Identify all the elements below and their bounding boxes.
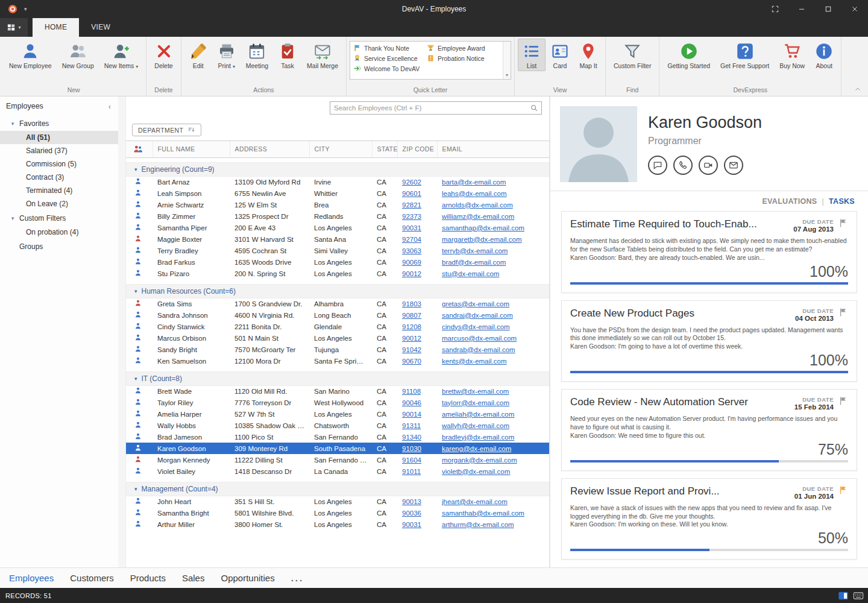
email-link[interactable]: stu@dx-email.com — [442, 270, 499, 277]
chat-button[interactable] — [648, 156, 667, 175]
employee-row[interactable]: Marcus Orbison501 N Main StLos AngelesCA… — [126, 332, 549, 344]
zip-link[interactable]: 91311 — [402, 422, 421, 429]
card-button[interactable]: Card — [546, 39, 574, 71]
employee-row[interactable]: Karen Goodson309 Monterey RdSouth Pasade… — [126, 443, 549, 454]
task-card[interactable]: Review Issue Report and Provi...DUE DATE… — [561, 478, 857, 560]
employee-row[interactable]: Samantha Bright5801 Wilshire Blvd.Los An… — [126, 507, 549, 519]
employee-row[interactable]: Billy Zimmer1325 Prospect DrRedlandsCA92… — [126, 210, 549, 222]
employee-row[interactable]: Arnie Schwartz125 W Elm StBreaCA92821arn… — [126, 199, 549, 210]
employee-row[interactable]: Samantha Piper200 E Ave 43Los AngelesCA9… — [126, 222, 549, 233]
ribbon-tab-view[interactable]: VIEW — [79, 18, 122, 37]
collapse-ribbon-button[interactable] — [854, 84, 864, 94]
sidebar-item-terminated-4[interactable]: Terminated (4) — [0, 184, 118, 197]
mail-merge-button[interactable]: Mail Merge — [302, 39, 343, 71]
sidebar-item-commission-5[interactable]: Commission (5) — [0, 157, 118, 171]
zip-link[interactable]: 91208 — [402, 323, 421, 330]
sidebar-item-on-leave-2[interactable]: On Leave (2) — [0, 197, 118, 210]
app-menu-button[interactable]: ▾ — [0, 18, 28, 37]
group-by-department-chip[interactable]: DEPARTMENT — [132, 124, 201, 136]
zip-link[interactable]: 92704 — [402, 236, 421, 243]
employee-row[interactable]: Leah Simpson6755 Newlin AveWhittierCA906… — [126, 188, 549, 199]
thank-you-note-item[interactable]: Thank You Note — [351, 43, 425, 53]
email-link[interactable]: brettw@dx-email.com — [442, 388, 509, 395]
email-link[interactable]: wallyh@dx-email.com — [442, 422, 509, 429]
zip-link[interactable]: 91108 — [402, 388, 421, 395]
zip-link[interactable]: 90036 — [402, 510, 421, 517]
group-row-engineering-count-9[interactable]: ▾Engineering (Count=9) — [126, 162, 549, 176]
group-row-it-count-8[interactable]: ▾IT (Count=8) — [126, 371, 549, 385]
email-link[interactable]: bradleyj@dx-email.com — [442, 434, 514, 441]
employee-row[interactable]: Greta Sims1700 S Grandview Dr.AlhambraCA… — [126, 298, 549, 309]
task-button[interactable]: Task — [274, 39, 301, 71]
email-link[interactable]: bradf@dx-email.com — [442, 259, 506, 266]
employee-row[interactable]: Morgan Kennedy11222 Dilling StSan Fernan… — [126, 454, 549, 466]
employee-row[interactable]: Stu Pizaro200 N. Spring StLos AngelesCA9… — [126, 268, 549, 279]
bottom-tab-sales[interactable]: Sales — [182, 573, 205, 583]
email-link[interactable]: violetb@dx-email.com — [442, 468, 510, 475]
employee-row[interactable]: Bart Arnaz13109 Old Myford RdIrvineCA926… — [126, 176, 549, 188]
app-logo-icon[interactable] — [7, 4, 18, 14]
zip-link[interactable]: 90012 — [402, 335, 421, 342]
email-link[interactable]: terryb@dx-email.com — [442, 247, 508, 254]
email-link[interactable]: cindys@dx-email.com — [442, 323, 510, 330]
email-link[interactable]: barta@dx-email.com — [442, 178, 506, 186]
email-link[interactable]: sandraj@dx-email.com — [442, 312, 513, 319]
employee-row[interactable]: Maggie Boxter3101 W Harvard StSanta AnaC… — [126, 233, 549, 245]
employee-row[interactable]: Brad Jameson1100 Pico StSan FernandoCA91… — [126, 431, 549, 443]
phone-button[interactable] — [673, 156, 693, 175]
close-button[interactable] — [841, 0, 868, 18]
employee-row[interactable]: Taylor Riley7776 Torreyson DrWest Hollyw… — [126, 397, 549, 408]
employee-row[interactable]: Ken Samuelson12100 Mora DrSanta Fe Sprin… — [126, 355, 549, 367]
mail-button[interactable] — [724, 156, 743, 175]
ribbon-tab-home[interactable]: HOME — [33, 18, 79, 37]
probation-notice-item[interactable]: Probation Notice — [425, 53, 498, 63]
email-link[interactable]: arthurm@dx-email.com — [442, 521, 514, 528]
zip-link[interactable]: 91340 — [402, 434, 421, 441]
employee-row[interactable]: Brad Farkus1635 Woods DriveLos AngelesCA… — [126, 256, 549, 268]
column-header-state[interactable]: STATE — [372, 141, 397, 157]
zip-link[interactable]: 90031 — [402, 224, 421, 232]
zip-link[interactable]: 90012 — [402, 270, 421, 277]
sidebar-section-groups[interactable]: ▾Groups — [0, 239, 118, 254]
employee-row[interactable]: Terry Bradley4595 Cochran StSimi ValleyC… — [126, 245, 549, 256]
video-button[interactable] — [699, 156, 718, 175]
zip-link[interactable]: 92821 — [402, 201, 421, 209]
zip-link[interactable]: 91030 — [402, 445, 421, 452]
email-link[interactable]: kents@dx-email.com — [442, 358, 507, 365]
sidebar-item-contract-3[interactable]: Contract (3) — [0, 171, 118, 184]
quick-access-dropdown-icon[interactable]: ▾ — [24, 6, 27, 12]
email-link[interactable]: kareng@dx-email.com — [442, 445, 511, 452]
more-tabs-button[interactable]: ... — [291, 573, 304, 583]
zip-link[interactable]: 90069 — [402, 259, 421, 266]
minimize-button[interactable] — [788, 0, 815, 18]
email-link[interactable]: williamz@dx-email.com — [442, 213, 514, 220]
tab-tasks[interactable]: TASKS — [829, 197, 855, 206]
sidebar-section-favorites[interactable]: ▾Favorites — [0, 116, 118, 131]
employee-row[interactable]: John Heart351 S Hill St.Los AngelesCA900… — [126, 496, 549, 507]
bottom-tab-opportunities[interactable]: Opportunities — [221, 573, 274, 583]
group-row-management-count-4[interactable]: ▾Management (Count=4) — [126, 482, 549, 496]
email-link[interactable]: gretas@dx-email.com — [442, 300, 509, 308]
about-button[interactable]: About — [810, 39, 838, 71]
detail-panel-toggle-icon[interactable] — [837, 590, 849, 601]
zip-link[interactable]: 90601 — [402, 190, 421, 197]
sidebar-item-all-51[interactable]: All (51) — [0, 131, 118, 144]
task-card[interactable]: Estimate Time Required to Touch-Enab...D… — [561, 211, 857, 293]
email-link[interactable]: ameliah@dx-email.com — [442, 411, 514, 418]
sidebar-item-on-probation-4[interactable]: On probation (4) — [0, 226, 118, 239]
email-link[interactable]: marcuso@dx-email.com — [442, 335, 517, 342]
zip-link[interactable]: 90670 — [402, 358, 421, 365]
zip-link[interactable]: 92602 — [402, 178, 421, 186]
task-card[interactable]: Code Review - New Automation ServerDUE D… — [561, 389, 857, 471]
welcome-to-devav-item[interactable]: Welcome To DevAV — [351, 63, 425, 74]
keyboard-icon[interactable] — [852, 590, 864, 601]
email-link[interactable]: arnolds@dx-email.com — [442, 201, 513, 209]
zip-link[interactable]: 91042 — [402, 346, 421, 353]
custom-filter-button[interactable]: Custom Filter — [609, 39, 656, 71]
service-excellence-item[interactable]: Service Excellence — [351, 53, 425, 63]
column-header-icon[interactable] — [126, 141, 153, 157]
zip-link[interactable]: 93063 — [402, 247, 421, 254]
employee-row[interactable]: Sandra Johnson4600 N Virginia Rd.Long Be… — [126, 309, 549, 321]
fit-window-button[interactable] — [762, 0, 788, 18]
employee-row[interactable]: Amelia Harper527 W 7th StLos AngelesCA90… — [126, 408, 549, 420]
